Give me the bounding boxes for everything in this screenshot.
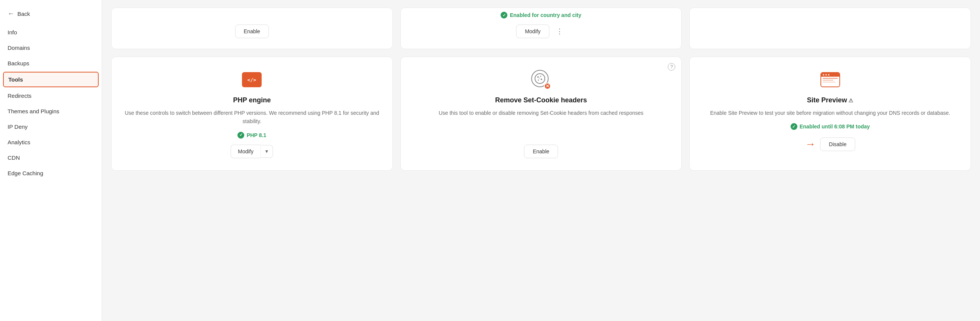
svg-point-6	[538, 80, 539, 81]
sidebar-item-redirects[interactable]: Redirects	[0, 88, 102, 103]
php-card-description: Use these controls to switch between dif…	[122, 109, 382, 126]
preview-card-title: Site Preview ⚠	[807, 96, 853, 104]
modify-button-top[interactable]: Modify	[516, 25, 549, 38]
disable-button[interactable]: Disable	[820, 138, 855, 151]
php-modify-button[interactable]: Modify	[231, 145, 260, 158]
preview-card-status: ✓ Enabled until 6:08 PM today	[791, 123, 870, 130]
php-icon: </>	[242, 72, 262, 87]
disable-row: → Disable	[805, 138, 855, 151]
cookie-icon: ✕	[531, 70, 551, 90]
sidebar-item-cdn[interactable]: CDN	[0, 150, 102, 165]
sidebar-item-tools[interactable]: Tools	[3, 72, 99, 87]
php-icon-wrapper: </>	[241, 69, 262, 90]
cards-area: Enable ✓ Enabled for country and city Mo…	[102, 0, 980, 178]
php-modify-chevron[interactable]: ▼	[261, 145, 274, 158]
preview-dot-2	[826, 74, 827, 76]
cookie-error-icon: ✕	[544, 83, 551, 90]
main-content: Enable ✓ Enabled for country and city Mo…	[102, 0, 980, 321]
back-label: Back	[18, 11, 30, 17]
svg-text:</>: </>	[247, 77, 256, 83]
preview-icon-wrapper	[820, 69, 841, 90]
back-arrow-icon: ←	[8, 10, 14, 18]
php-status-check-icon: ✓	[237, 132, 244, 139]
svg-point-7	[539, 78, 540, 79]
php-engine-card: </> PHP engine Use these controls to swi…	[111, 57, 393, 171]
enable-cookie-button[interactable]: Enable	[524, 145, 558, 158]
back-button[interactable]: ← Back	[0, 6, 102, 25]
svg-point-3	[537, 76, 539, 78]
preview-lines	[821, 77, 839, 84]
sidebar-item-info[interactable]: Info	[0, 25, 102, 40]
php-card-title: PHP engine	[233, 96, 271, 104]
help-icon[interactable]: ?	[668, 63, 675, 71]
enable-button-top[interactable]: Enable	[235, 25, 269, 38]
preview-icon-bar	[821, 73, 839, 77]
preview-icon	[821, 72, 840, 87]
status-check-icon: ✓	[501, 12, 508, 19]
php-modify-button-group: Modify ▼	[231, 145, 273, 158]
preview-status-check-icon: ✓	[791, 123, 797, 130]
top-card-status: ✓ Enabled for country and city	[501, 12, 581, 19]
svg-point-5	[541, 79, 542, 80]
top-partial-row: Enable ✓ Enabled for country and city Mo…	[111, 8, 971, 49]
sidebar-item-ip-deny[interactable]: IP Deny	[0, 119, 102, 134]
sidebar-item-domains[interactable]: Domains	[0, 40, 102, 55]
cookie-card: ? ✕	[400, 57, 682, 171]
top-card-buttons: Modify ⋮	[516, 25, 566, 38]
site-preview-card: Site Preview ⚠ Enable Site Preview to te…	[689, 57, 971, 171]
svg-point-2	[535, 74, 545, 84]
red-arrow-icon: →	[805, 139, 816, 150]
php-card-status: ✓ PHP 8.1	[237, 132, 266, 139]
partial-card-2: ✓ Enabled for country and city Modify ⋮	[400, 8, 682, 49]
cookie-icon-wrapper: ✕	[530, 69, 552, 90]
preview-dot-3	[828, 74, 829, 76]
warning-icon: ⚠	[847, 97, 853, 103]
cookie-card-description: Use this tool to enable or disable remov…	[439, 109, 643, 117]
sidebar-item-analytics[interactable]: Analytics	[0, 134, 102, 150]
sidebar-item-edge-caching[interactable]: Edge Caching	[0, 165, 102, 181]
sidebar-item-backups[interactable]: Backups	[0, 55, 102, 71]
partial-card-1: Enable	[111, 8, 393, 49]
sidebar-item-themes-plugins[interactable]: Themes and Plugins	[0, 103, 102, 119]
svg-point-4	[540, 76, 541, 77]
preview-card-description: Enable Site Preview to test your site be…	[710, 109, 950, 117]
more-options-button-top[interactable]: ⋮	[553, 26, 566, 37]
partial-card-3	[689, 8, 971, 49]
sidebar: ← Back Info Domains Backups Tools Redire…	[0, 0, 102, 321]
preview-dot-1	[823, 74, 824, 76]
cookie-card-title: Remove Set-Cookie headers	[495, 96, 587, 104]
main-cards-row: </> PHP engine Use these controls to swi…	[111, 57, 971, 171]
